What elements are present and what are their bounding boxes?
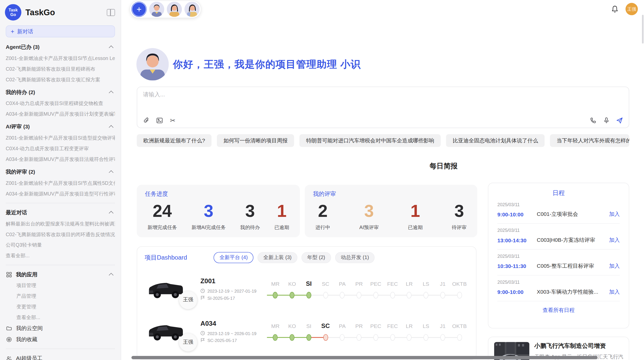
project-row[interactable]: 王强 Z001 2023-12-19 ~ 2027-01-19 SI-2025-…: [137, 266, 476, 308]
scissors-icon[interactable]: ✂: [169, 117, 176, 124]
horizontal-scrollbar[interactable]: [131, 356, 598, 359]
section-recent-chats[interactable]: 最近对话: [6, 207, 115, 218]
chevron-up-icon[interactable]: [109, 170, 113, 175]
section-title: 最近对话: [6, 209, 27, 216]
chevron-up-icon[interactable]: [109, 125, 113, 130]
list-item[interactable]: Z001-全新燃油皮卡产品开发项目SI节点Lesson Learn报告: [6, 53, 115, 64]
list-item[interactable]: C02-飞腾新能源轻客改款项目立项汇报方案: [6, 74, 115, 85]
milestone-dot: [390, 292, 395, 298]
sidebar-item-cloud-space[interactable]: 我的云空间: [0, 323, 121, 334]
join-link[interactable]: 加入: [609, 211, 620, 218]
tab-powertrain[interactable]: 动总开发 (1): [335, 252, 375, 263]
my-apps: 我的应用 项目管理 产品管理 变更管理 查看全部... 我的云空间 我的收藏: [0, 269, 121, 345]
section-my-todo[interactable]: 我的待办 (2): [6, 87, 115, 98]
schedule-card: 日程 2025/03/11 9:00-10:00 C001-立项审批会 加入 2…: [488, 183, 629, 328]
task-progress-card: 任务进度 24 新增完成任务 3 新增AI完成任务 3 我的待办: [137, 185, 300, 237]
section-my-review[interactable]: 我的评审 (2): [6, 166, 115, 178]
list-item[interactable]: A034-全新新能源MUV产品开发项目计划变更表编写: [6, 109, 115, 119]
milestone-dot: [423, 292, 428, 298]
sidebar-item-product-mgmt[interactable]: 产品管理: [0, 291, 121, 301]
new-chat-button[interactable]: + 新对话: [6, 25, 115, 37]
view-all-schedule-link[interactable]: 查看所有日程: [497, 301, 620, 319]
send-icon[interactable]: [616, 117, 623, 124]
tab-new-body[interactable]: 全新上装 (3): [258, 252, 297, 263]
list-item[interactable]: A034-全新新能源MUV产品开发项目造型可行性评审: [6, 188, 115, 199]
milestone-dot: [440, 292, 445, 298]
stat-pending-review: 3 待评审: [452, 200, 466, 231]
chevron-up-icon[interactable]: [109, 91, 113, 95]
sidebar-item-change-mgmt[interactable]: 变更管理: [0, 301, 121, 312]
greeting-text: 你好，王强，我是你的项目管理助理 小识: [173, 58, 361, 71]
list-item[interactable]: A034-全新新能源MUV产品开发项目法规符合性评审: [6, 154, 115, 165]
list-item[interactable]: Z001-全新燃油轻卡产品开发项目SI造型提交物评审: [6, 133, 115, 143]
tab-all-platform[interactable]: 全新平台 (4): [214, 252, 253, 263]
join-link[interactable]: 加入: [609, 262, 620, 270]
section-title: 我的待办 (2): [6, 89, 35, 96]
view-all-chats[interactable]: 查看全部...: [6, 250, 115, 261]
milestone-label: PEC: [367, 323, 384, 329]
owner-name: 王强: [183, 339, 193, 346]
milestone-label: SC: [317, 281, 334, 287]
list-item[interactable]: 解释最新出台的欧盟报废车法规再生塑料比例被调至15%...: [6, 218, 115, 229]
section-ai-review[interactable]: AI评审 (3): [6, 121, 115, 132]
bell-icon[interactable]: [611, 5, 619, 13]
milestone-label: LS: [418, 323, 434, 329]
phone-icon[interactable]: [590, 117, 597, 124]
milestone-dot: [407, 334, 412, 341]
suggestion-chip[interactable]: 当下年轻人对汽车外观有怎样的喜好趋势: [550, 134, 629, 147]
schedule-entry: 2025/03/11 10:30-11:30 C005-整车工程目标评审 加入: [497, 250, 620, 276]
vertical-scrollbar[interactable]: [642, 15, 643, 43]
user-avatar[interactable]: 王强: [625, 3, 638, 15]
list-item[interactable]: C02-飞腾新能源轻客改款项目的闭环通告反馈情况: [6, 229, 115, 240]
image-icon[interactable]: [156, 117, 163, 124]
milestone-label: KO: [284, 323, 300, 329]
suggestion-chip[interactable]: 欧洲新规最近颁布了什么?: [137, 134, 212, 147]
section-title: 我的评审 (2): [6, 168, 35, 176]
chevron-up-icon[interactable]: [109, 46, 113, 50]
sidebar-item-ai-super-staff[interactable]: AI超级员工: [0, 353, 121, 360]
join-link[interactable]: 加入: [609, 236, 620, 244]
list-item[interactable]: 公司Q3轻卡销量: [6, 240, 115, 250]
sidebar-item-favorites[interactable]: 我的收藏: [0, 334, 121, 345]
avatar[interactable]: [149, 2, 164, 17]
my-apps-header[interactable]: 我的应用: [0, 269, 121, 280]
milestone-label: MR: [267, 323, 284, 329]
list-item[interactable]: C0X4-动力总成开发项目SI里程碑提交物检查: [6, 98, 115, 109]
join-link[interactable]: 加入: [609, 288, 620, 296]
milestone-label: LR: [401, 323, 418, 329]
milestone-label: SI: [300, 323, 317, 329]
project-flag: SC-2025-05-17: [200, 338, 265, 342]
add-agent-button[interactable]: +: [131, 2, 147, 17]
sidebar-item-project-mgmt[interactable]: 项目管理: [0, 280, 121, 291]
chat-input[interactable]: [143, 91, 623, 117]
suggestion-chip[interactable]: 特朗普可能对进口汽车增税会对中国车企造成哪些影响: [300, 134, 441, 147]
milestone-label: KO: [284, 281, 300, 287]
collapse-sidebar-icon[interactable]: [107, 9, 115, 16]
stat-ai-prereview: 3 AI预评审: [359, 200, 379, 231]
list-item[interactable]: Z001-全新燃油轻卡产品开发项目SI节点属性5D文件评审: [6, 178, 115, 188]
dashboard-title: 项目Dashboard: [144, 254, 187, 262]
schedule-title: 日程: [497, 189, 620, 197]
suggestion-chip[interactable]: 如何写一份清晰的项目周报: [217, 134, 294, 147]
attachment-icon[interactable]: [143, 117, 150, 124]
view-all-apps[interactable]: 查看全部...: [0, 312, 121, 323]
entry-date: 2025/03/11: [497, 280, 620, 284]
project-name: A034: [200, 320, 265, 327]
project-row[interactable]: 王强 A034 2023-12-19 ~ 2026-01-19 SC-2025-…: [137, 308, 476, 350]
schedule-entry: 2025/03/11 13:00-14:30 C003|H0B-方案冻结评审 加…: [497, 224, 620, 250]
chevron-up-icon[interactable]: [109, 211, 113, 216]
mic-icon[interactable]: [603, 117, 610, 124]
avatar[interactable]: [167, 2, 182, 17]
list-item[interactable]: C0X4-动力总成开发项目工程变更评审: [6, 143, 115, 154]
list-item[interactable]: C02-飞腾新能源轻客改款项目里程碑画布: [6, 64, 115, 74]
chevron-up-icon[interactable]: [109, 273, 113, 277]
section-agent-done[interactable]: Agent已办 (3): [6, 41, 115, 53]
stat-label: 已逾期: [274, 224, 289, 231]
milestone-label: MR: [267, 281, 284, 287]
avatar[interactable]: [184, 2, 200, 17]
tab-year-model[interactable]: 年型 (2): [301, 252, 331, 263]
stats-row: 任务进度 24 新增完成任务 3 新增AI完成任务 3 我的待办: [137, 185, 477, 237]
suggestion-chip[interactable]: 比亚迪全固态电池计划具体说了什么: [446, 134, 545, 147]
stat-label: 我的待办: [240, 224, 260, 231]
milestone-dot: [457, 334, 462, 341]
